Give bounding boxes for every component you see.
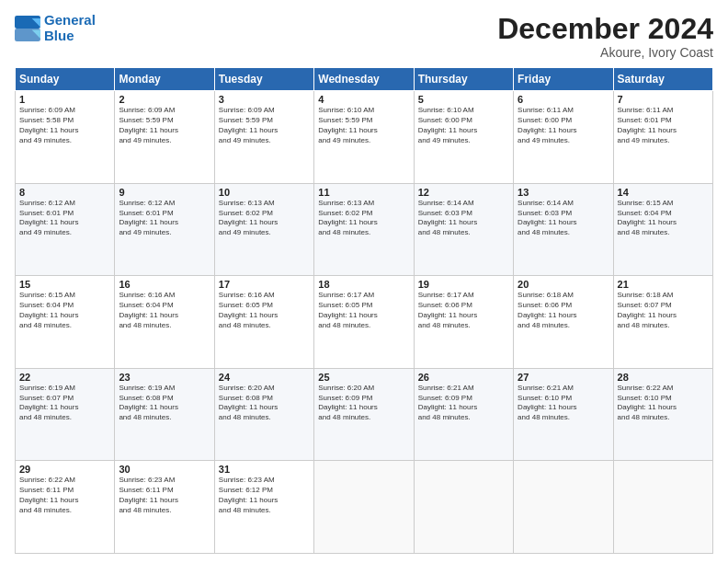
calendar-week-row: 1Sunrise: 6:09 AM Sunset: 5:58 PM Daylig… <box>16 91 713 184</box>
calendar-cell <box>314 461 414 554</box>
day-number: 19 <box>418 279 509 290</box>
calendar-cell: 5Sunrise: 6:10 AM Sunset: 6:00 PM Daylig… <box>414 91 513 184</box>
day-number: 18 <box>318 279 409 290</box>
day-number: 13 <box>518 187 609 198</box>
day-header-sunday: Sunday <box>16 68 115 91</box>
cell-text: Sunrise: 6:18 AM Sunset: 6:07 PM Dayligh… <box>618 291 709 330</box>
day-header-friday: Friday <box>514 68 613 91</box>
logo-line2: Blue <box>44 28 74 43</box>
day-number: 9 <box>119 187 210 198</box>
cell-text: Sunrise: 6:10 AM Sunset: 6:00 PM Dayligh… <box>418 106 509 145</box>
logo: General Blue <box>15 13 96 43</box>
calendar-cell <box>613 461 712 554</box>
calendar-cell: 3Sunrise: 6:09 AM Sunset: 5:59 PM Daylig… <box>214 91 313 184</box>
cell-text: Sunrise: 6:10 AM Sunset: 5:59 PM Dayligh… <box>318 106 409 145</box>
cell-text: Sunrise: 6:11 AM Sunset: 6:00 PM Dayligh… <box>518 106 609 145</box>
day-number: 21 <box>618 279 709 290</box>
cell-text: Sunrise: 6:23 AM Sunset: 6:12 PM Dayligh… <box>219 476 310 515</box>
calendar-cell: 29Sunrise: 6:22 AM Sunset: 6:11 PM Dayli… <box>16 461 115 554</box>
page: General Blue December 2024 Akoure, Ivory… <box>0 0 728 563</box>
calendar-week-row: 22Sunrise: 6:19 AM Sunset: 6:07 PM Dayli… <box>16 368 713 461</box>
calendar-cell: 4Sunrise: 6:10 AM Sunset: 5:59 PM Daylig… <box>314 91 414 184</box>
cell-text: Sunrise: 6:23 AM Sunset: 6:11 PM Dayligh… <box>119 476 210 515</box>
day-number: 12 <box>418 187 509 198</box>
calendar-cell: 18Sunrise: 6:17 AM Sunset: 6:05 PM Dayli… <box>314 276 414 369</box>
day-header-tuesday: Tuesday <box>214 68 313 91</box>
calendar-cell: 22Sunrise: 6:19 AM Sunset: 6:07 PM Dayli… <box>16 368 115 461</box>
day-number: 4 <box>318 94 409 105</box>
day-number: 11 <box>318 187 409 198</box>
cell-text: Sunrise: 6:18 AM Sunset: 6:06 PM Dayligh… <box>518 291 609 330</box>
day-header-saturday: Saturday <box>613 68 712 91</box>
calendar-cell: 16Sunrise: 6:16 AM Sunset: 6:04 PM Dayli… <box>115 276 214 369</box>
calendar-cell: 11Sunrise: 6:13 AM Sunset: 6:02 PM Dayli… <box>314 183 414 276</box>
day-number: 17 <box>219 279 310 290</box>
cell-text: Sunrise: 6:15 AM Sunset: 6:04 PM Dayligh… <box>19 291 110 330</box>
calendar-week-row: 8Sunrise: 6:12 AM Sunset: 6:01 PM Daylig… <box>16 183 713 276</box>
calendar-table: SundayMondayTuesdayWednesdayThursdayFrid… <box>15 67 713 554</box>
day-number: 20 <box>518 279 609 290</box>
calendar-cell: 17Sunrise: 6:16 AM Sunset: 6:05 PM Dayli… <box>214 276 313 369</box>
header: General Blue December 2024 Akoure, Ivory… <box>15 13 713 60</box>
cell-text: Sunrise: 6:20 AM Sunset: 6:09 PM Dayligh… <box>318 384 409 423</box>
day-number: 14 <box>618 187 709 198</box>
day-number: 24 <box>219 372 310 383</box>
cell-text: Sunrise: 6:22 AM Sunset: 6:10 PM Dayligh… <box>618 384 709 423</box>
day-number: 25 <box>318 372 409 383</box>
day-number: 6 <box>518 94 609 105</box>
cell-text: Sunrise: 6:16 AM Sunset: 6:04 PM Dayligh… <box>119 291 210 330</box>
day-number: 27 <box>518 372 609 383</box>
logo-icon <box>15 16 40 41</box>
cell-text: Sunrise: 6:20 AM Sunset: 6:08 PM Dayligh… <box>219 384 310 423</box>
day-number: 28 <box>618 372 709 383</box>
day-number: 10 <box>219 187 310 198</box>
calendar-cell: 23Sunrise: 6:19 AM Sunset: 6:08 PM Dayli… <box>115 368 214 461</box>
cell-text: Sunrise: 6:16 AM Sunset: 6:05 PM Dayligh… <box>219 291 310 330</box>
calendar-cell: 2Sunrise: 6:09 AM Sunset: 5:59 PM Daylig… <box>115 91 214 184</box>
day-header-thursday: Thursday <box>414 68 513 91</box>
day-number: 7 <box>618 94 709 105</box>
calendar-cell: 7Sunrise: 6:11 AM Sunset: 6:01 PM Daylig… <box>613 91 712 184</box>
calendar-week-row: 29Sunrise: 6:22 AM Sunset: 6:11 PM Dayli… <box>16 461 713 554</box>
cell-text: Sunrise: 6:22 AM Sunset: 6:11 PM Dayligh… <box>19 476 110 515</box>
day-number: 16 <box>119 279 210 290</box>
calendar-cell: 20Sunrise: 6:18 AM Sunset: 6:06 PM Dayli… <box>514 276 613 369</box>
calendar-cell: 12Sunrise: 6:14 AM Sunset: 6:03 PM Dayli… <box>414 183 513 276</box>
calendar-week-row: 15Sunrise: 6:15 AM Sunset: 6:04 PM Dayli… <box>16 276 713 369</box>
calendar-cell <box>414 461 513 554</box>
day-number: 3 <box>219 94 310 105</box>
day-number: 31 <box>219 464 310 475</box>
calendar-cell: 9Sunrise: 6:12 AM Sunset: 6:01 PM Daylig… <box>115 183 214 276</box>
cell-text: Sunrise: 6:21 AM Sunset: 6:09 PM Dayligh… <box>418 384 509 423</box>
day-number: 8 <box>19 187 110 198</box>
calendar-cell: 1Sunrise: 6:09 AM Sunset: 5:58 PM Daylig… <box>16 91 115 184</box>
location: Akoure, Ivory Coast <box>497 45 713 60</box>
calendar-cell: 6Sunrise: 6:11 AM Sunset: 6:00 PM Daylig… <box>514 91 613 184</box>
cell-text: Sunrise: 6:17 AM Sunset: 6:06 PM Dayligh… <box>418 291 509 330</box>
calendar-cell: 21Sunrise: 6:18 AM Sunset: 6:07 PM Dayli… <box>613 276 712 369</box>
logo-text: General Blue <box>44 13 96 43</box>
cell-text: Sunrise: 6:12 AM Sunset: 6:01 PM Dayligh… <box>119 199 210 238</box>
calendar-header-row: SundayMondayTuesdayWednesdayThursdayFrid… <box>16 68 713 91</box>
cell-text: Sunrise: 6:19 AM Sunset: 6:08 PM Dayligh… <box>119 384 210 423</box>
calendar-cell: 8Sunrise: 6:12 AM Sunset: 6:01 PM Daylig… <box>16 183 115 276</box>
calendar-cell <box>514 461 613 554</box>
cell-text: Sunrise: 6:09 AM Sunset: 5:59 PM Dayligh… <box>119 106 210 145</box>
calendar-cell: 25Sunrise: 6:20 AM Sunset: 6:09 PM Dayli… <box>314 368 414 461</box>
day-number: 29 <box>19 464 110 475</box>
calendar-cell: 26Sunrise: 6:21 AM Sunset: 6:09 PM Dayli… <box>414 368 513 461</box>
calendar-cell: 15Sunrise: 6:15 AM Sunset: 6:04 PM Dayli… <box>16 276 115 369</box>
cell-text: Sunrise: 6:09 AM Sunset: 5:58 PM Dayligh… <box>19 106 110 145</box>
calendar-cell: 27Sunrise: 6:21 AM Sunset: 6:10 PM Dayli… <box>514 368 613 461</box>
calendar-cell: 10Sunrise: 6:13 AM Sunset: 6:02 PM Dayli… <box>214 183 313 276</box>
cell-text: Sunrise: 6:15 AM Sunset: 6:04 PM Dayligh… <box>618 199 709 238</box>
cell-text: Sunrise: 6:12 AM Sunset: 6:01 PM Dayligh… <box>19 199 110 238</box>
calendar-cell: 14Sunrise: 6:15 AM Sunset: 6:04 PM Dayli… <box>613 183 712 276</box>
logo-line1: General <box>44 12 96 28</box>
cell-text: Sunrise: 6:09 AM Sunset: 5:59 PM Dayligh… <box>219 106 310 145</box>
cell-text: Sunrise: 6:21 AM Sunset: 6:10 PM Dayligh… <box>518 384 609 423</box>
cell-text: Sunrise: 6:17 AM Sunset: 6:05 PM Dayligh… <box>318 291 409 330</box>
month-title: December 2024 <box>497 13 713 45</box>
day-number: 30 <box>119 464 210 475</box>
day-header-monday: Monday <box>115 68 214 91</box>
